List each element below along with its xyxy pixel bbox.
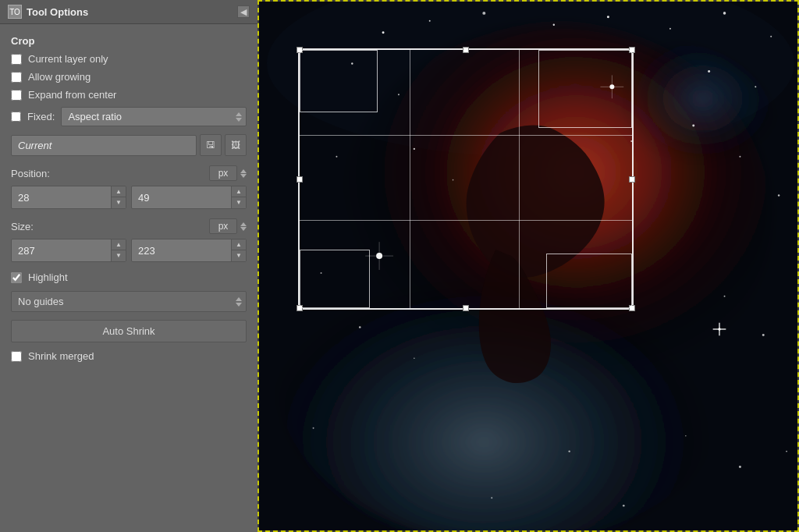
panel-content: Crop Current layer only Allow growing Ex… bbox=[0, 24, 257, 376]
crop-section-title: Crop bbox=[11, 35, 247, 47]
position-y-input[interactable] bbox=[132, 188, 231, 207]
size-label: Size: bbox=[11, 221, 34, 232]
size-unit-wrapper: px mm in bbox=[209, 218, 247, 234]
shrink-merged-label: Shrink merged bbox=[28, 350, 94, 362]
shrink-merged-checkbox[interactable] bbox=[11, 351, 22, 362]
position-y-down[interactable]: ▼ bbox=[232, 197, 246, 208]
svg-point-44 bbox=[718, 328, 720, 330]
panel-collapse-button[interactable]: ◀ bbox=[237, 5, 250, 18]
allow-growing-checkbox[interactable] bbox=[11, 72, 22, 83]
crop-grid-h-bottom bbox=[300, 220, 632, 221]
pos-chevron-up bbox=[240, 169, 247, 173]
svg-point-36 bbox=[569, 450, 570, 452]
canvas-area[interactable] bbox=[257, 0, 799, 532]
shrink-merged-row: Shrink merged bbox=[11, 350, 247, 362]
position-unit-chevron bbox=[240, 169, 247, 178]
size-chevron-down bbox=[240, 227, 247, 231]
svg-point-40 bbox=[491, 497, 492, 498]
crop-grid-h-top bbox=[300, 135, 632, 136]
svg-point-34 bbox=[762, 334, 765, 336]
position-label: Position: bbox=[11, 168, 50, 179]
highlight-checkbox[interactable] bbox=[11, 272, 22, 283]
sub-rect-bl bbox=[300, 250, 370, 308]
save-icon-button[interactable]: 🖫 bbox=[200, 134, 222, 156]
position-y-spinner: ▲ ▼ bbox=[131, 186, 247, 209]
current-layer-label: Current layer only bbox=[28, 53, 108, 65]
panel-header: TO Tool Options ◀ bbox=[0, 0, 257, 24]
crop-handle-tm[interactable] bbox=[463, 47, 469, 53]
position-unit-select[interactable]: px mm in bbox=[209, 165, 237, 181]
allow-growing-row: Allow growing bbox=[11, 71, 247, 83]
image-icon-button[interactable]: 🖼 bbox=[225, 134, 247, 156]
svg-point-32 bbox=[414, 358, 415, 360]
current-value-input[interactable] bbox=[11, 135, 197, 156]
crop-handle-mr[interactable] bbox=[629, 176, 635, 183]
size-h-arrows: ▲ ▼ bbox=[231, 239, 246, 261]
panel-title: Tool Options bbox=[27, 6, 88, 18]
position-x-input[interactable] bbox=[12, 188, 111, 207]
sub-rect-br bbox=[546, 254, 632, 308]
expand-center-label: Expand from center bbox=[28, 89, 116, 101]
svg-point-37 bbox=[685, 435, 687, 437]
svg-point-15 bbox=[708, 70, 710, 73]
size-w-arrows: ▲ ▼ bbox=[111, 239, 126, 261]
size-h-down[interactable]: ▼ bbox=[232, 250, 246, 261]
aspect-ratio-select[interactable]: Aspect ratio Width Height Size bbox=[61, 107, 247, 126]
position-x-arrows: ▲ ▼ bbox=[111, 186, 126, 208]
svg-point-38 bbox=[739, 466, 741, 468]
current-layer-checkbox[interactable] bbox=[11, 54, 22, 65]
svg-point-27 bbox=[692, 125, 694, 127]
allow-growing-label: Allow growing bbox=[28, 71, 91, 83]
size-h-spinner: ▲ ▼ bbox=[131, 239, 247, 262]
position-x-down[interactable]: ▼ bbox=[112, 197, 126, 208]
position-y-up[interactable]: ▲ bbox=[232, 186, 246, 197]
svg-point-31 bbox=[359, 326, 361, 328]
svg-point-7 bbox=[482, 12, 485, 15]
size-spinners-row: ▲ ▼ ▲ ▼ bbox=[11, 239, 247, 262]
svg-point-5 bbox=[382, 31, 385, 34]
svg-point-29 bbox=[778, 194, 779, 196]
fixed-row: Fixed: Aspect ratio Width Height Size bbox=[11, 107, 247, 126]
crop-overlay[interactable] bbox=[298, 48, 634, 310]
size-h-up[interactable]: ▲ bbox=[232, 239, 246, 250]
current-layer-row: Current layer only bbox=[11, 53, 247, 65]
size-w-down[interactable]: ▼ bbox=[112, 250, 126, 261]
size-w-up[interactable]: ▲ bbox=[112, 239, 126, 250]
position-row: Position: px mm in bbox=[11, 165, 247, 181]
sub-rect-tl bbox=[300, 50, 378, 112]
expand-center-checkbox[interactable] bbox=[11, 90, 22, 101]
fixed-checkbox[interactable] bbox=[11, 112, 21, 122]
size-unit-chevron bbox=[240, 222, 247, 231]
guides-select[interactable]: No guides Center lines Rule of thirds Go… bbox=[11, 291, 247, 312]
position-x-spinner: ▲ ▼ bbox=[11, 186, 126, 209]
svg-point-39 bbox=[786, 451, 787, 452]
svg-point-10 bbox=[669, 28, 671, 30]
size-w-spinner: ▲ ▼ bbox=[11, 239, 126, 262]
crop-handle-bm[interactable] bbox=[463, 305, 469, 311]
position-x-up[interactable]: ▲ bbox=[112, 186, 126, 197]
auto-shrink-button[interactable]: Auto Shrink bbox=[11, 320, 247, 342]
pos-chevron-down bbox=[240, 174, 247, 178]
aspect-ratio-select-wrapper: Aspect ratio Width Height Size bbox=[61, 107, 247, 126]
panel-header-left: TO Tool Options bbox=[8, 5, 88, 19]
svg-point-33 bbox=[724, 296, 726, 297]
fixed-label: Fixed: bbox=[27, 111, 55, 122]
svg-point-6 bbox=[429, 20, 431, 22]
svg-point-28 bbox=[739, 156, 740, 158]
size-w-input[interactable] bbox=[12, 241, 111, 261]
crop-grid-v-right bbox=[519, 50, 520, 308]
crop-cursor-icon bbox=[712, 320, 727, 339]
svg-point-9 bbox=[607, 16, 609, 18]
svg-point-16 bbox=[755, 86, 756, 87]
crop-handle-ml[interactable] bbox=[297, 176, 303, 183]
svg-point-41 bbox=[623, 505, 625, 507]
size-unit-select[interactable]: px mm in bbox=[209, 218, 237, 234]
expand-center-row: Expand from center bbox=[11, 89, 247, 101]
guides-row: No guides Center lines Rule of thirds Go… bbox=[11, 291, 247, 312]
position-unit-wrapper: px mm in bbox=[209, 165, 247, 181]
crop-grid-v-left bbox=[410, 50, 410, 308]
cursor-indicator bbox=[712, 321, 727, 337]
size-h-input[interactable] bbox=[132, 241, 231, 261]
tool-options-panel: TO Tool Options ◀ Crop Current layer onl… bbox=[0, 0, 257, 532]
sub-rect-tr bbox=[538, 50, 632, 128]
